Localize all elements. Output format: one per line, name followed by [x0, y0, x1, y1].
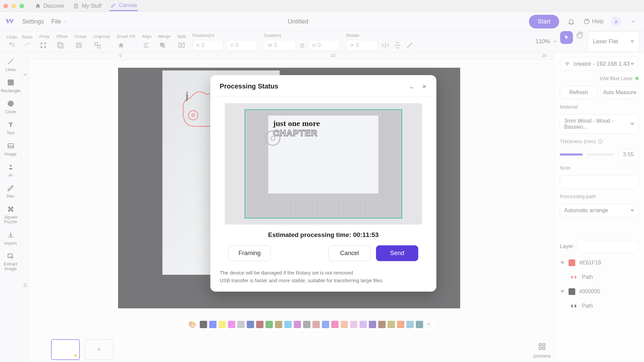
window-maximize-icon[interactable]	[19, 4, 24, 8]
color-swatch[interactable]	[378, 321, 386, 328]
merge-button[interactable]	[158, 41, 167, 50]
laser-mode-select[interactable]: Laser Flat	[588, 31, 639, 52]
layer-row-black[interactable]: #000000	[560, 286, 639, 297]
select-mode-button[interactable]	[560, 31, 573, 44]
flip-h-button[interactable]	[381, 41, 390, 50]
start-button[interactable]: Start	[529, 15, 559, 28]
color-swatch[interactable]	[350, 321, 358, 328]
color-swatch[interactable]	[313, 321, 320, 328]
preview-button[interactable]: preview	[533, 342, 551, 359]
add-page-button[interactable]: +	[85, 339, 113, 360]
hand-mode-button[interactable]	[576, 31, 585, 41]
color-swatch[interactable]	[200, 321, 207, 328]
zoom-dropdown[interactable]: 110%	[536, 31, 557, 52]
redo-button[interactable]	[23, 40, 32, 49]
color-swatch[interactable]	[256, 321, 264, 328]
refresh-button[interactable]: Refresh	[560, 86, 598, 99]
tab-mystuff[interactable]: My Stuff	[72, 2, 102, 10]
lock-aspect-button[interactable]	[299, 42, 305, 48]
palette-clear-button[interactable]: ✕	[425, 321, 433, 328]
dialog-close-button[interactable]	[422, 84, 427, 89]
chevron-down-icon[interactable]	[560, 261, 565, 264]
color-swatch[interactable]	[247, 321, 254, 328]
color-swatch[interactable]	[360, 321, 367, 328]
smartfill-button[interactable]	[117, 41, 125, 50]
ungroup-button[interactable]	[93, 41, 102, 50]
flip-v-button[interactable]	[393, 41, 402, 50]
offset-button[interactable]	[56, 41, 65, 50]
layer-red-path[interactable]: Path	[560, 273, 639, 282]
scale-w-input[interactable]	[274, 42, 292, 48]
tool-rectangle[interactable]: Rectangle	[0, 75, 21, 96]
color-swatch[interactable]	[237, 321, 245, 328]
chevron-down-icon[interactable]	[560, 290, 565, 293]
color-swatch[interactable]	[219, 321, 226, 328]
color-swatch[interactable]	[341, 321, 348, 328]
tool-lines[interactable]: Lines	[0, 54, 21, 75]
color-swatch[interactable]	[209, 321, 217, 328]
auto-measure-button[interactable]: Auto Measure	[601, 86, 639, 99]
color-swatch[interactable]	[388, 321, 395, 328]
info-icon[interactable]	[598, 139, 603, 144]
tool-text[interactable]: Text	[0, 118, 21, 138]
framing-button[interactable]: Framing	[228, 245, 271, 261]
color-swatch[interactable]	[294, 321, 301, 328]
layer-black-path[interactable]: Path	[560, 302, 639, 310]
page-thumb-1[interactable]	[51, 339, 80, 360]
dialog-minimize-button[interactable]	[409, 84, 414, 89]
thickness-slider[interactable]	[560, 154, 614, 156]
color-swatch[interactable]	[275, 321, 282, 328]
rotate-field[interactable]: ⟳	[346, 40, 378, 51]
tab-canvas[interactable]: Canvas	[110, 1, 138, 11]
undo-button[interactable]	[8, 40, 16, 49]
menu-settings[interactable]: Settings	[22, 18, 44, 25]
color-swatch[interactable]	[407, 321, 414, 328]
color-swatch[interactable]	[331, 321, 339, 328]
ruler-toggle-button[interactable]	[405, 41, 414, 50]
scale-w-field[interactable]: W	[264, 40, 296, 51]
tool-circle[interactable]: Circle	[0, 97, 21, 117]
layer-row-red[interactable]: #E61F19	[560, 257, 639, 268]
tool-jigsaw[interactable]: Jigsaw Puzzle	[0, 202, 21, 227]
window-minimize-icon[interactable]	[11, 4, 16, 8]
color-swatch[interactable]	[228, 321, 235, 328]
rotate-input[interactable]	[356, 42, 374, 48]
pos-x-field[interactable]: X	[193, 40, 223, 51]
window-close-icon[interactable]	[3, 4, 8, 8]
device-select[interactable]: creator - 192.168.1.43	[560, 57, 639, 71]
color-swatch[interactable]	[284, 321, 292, 328]
color-swatch[interactable]	[369, 321, 376, 328]
tool-ai[interactable]: AI	[0, 160, 21, 180]
align-button[interactable]	[142, 41, 151, 50]
pos-x-input[interactable]	[202, 42, 220, 48]
group-button[interactable]	[74, 41, 83, 50]
pos-y-field[interactable]: Y	[227, 40, 257, 51]
array-button[interactable]	[39, 41, 48, 50]
tool-image[interactable]: Image	[0, 139, 21, 159]
material-select[interactable]: 3mm Wood - Wood - Basswo…	[560, 114, 639, 134]
color-swatch[interactable]	[266, 321, 273, 328]
tab-discover[interactable]: Discover	[34, 2, 65, 10]
split-button[interactable]	[177, 41, 186, 50]
pos-y-input[interactable]	[235, 42, 254, 48]
menu-file[interactable]: File	[51, 18, 67, 25]
color-swatch[interactable]	[416, 321, 423, 328]
color-swatch[interactable]	[322, 321, 329, 328]
cancel-button[interactable]: Cancel	[328, 245, 371, 261]
color-swatch[interactable]	[397, 321, 405, 328]
tool-import[interactable]: Import	[0, 228, 21, 248]
help-button[interactable]: Help	[583, 17, 604, 26]
send-button[interactable]: Send	[376, 245, 418, 261]
layer-filter-select[interactable]	[577, 240, 639, 253]
user-avatar[interactable]: A	[611, 16, 621, 26]
processing-path-select[interactable]: Automatic arrange	[560, 204, 639, 217]
bell-icon[interactable]	[567, 17, 576, 26]
tool-extract[interactable]: Extract Image	[0, 249, 21, 274]
scale-h-input[interactable]	[318, 42, 336, 48]
note-input[interactable]	[560, 175, 639, 189]
header-chevron-icon[interactable]	[629, 17, 638, 26]
tool-pen[interactable]: Pen	[0, 181, 21, 201]
color-swatch[interactable]	[303, 321, 311, 328]
thickness-value[interactable]: 3.55	[618, 149, 639, 160]
slider-knob[interactable]	[582, 152, 588, 158]
